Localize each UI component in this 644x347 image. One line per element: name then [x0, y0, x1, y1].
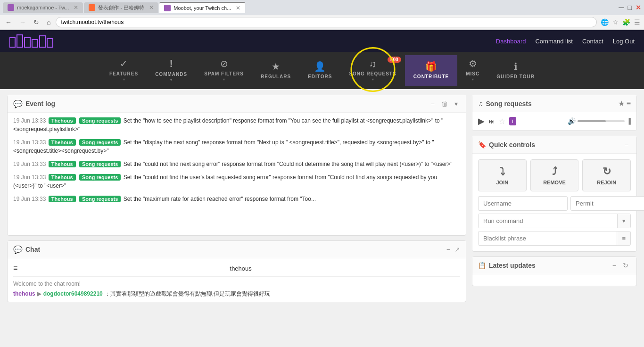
player-info-btn[interactable]: i: [509, 117, 516, 125]
player-star-btn[interactable]: ☆: [499, 117, 505, 126]
remove-icon: ⤴: [552, 165, 557, 178]
event-log-header: 💬 Event log − 🗑 ▾: [8, 95, 466, 113]
commands-icon: !: [169, 58, 173, 70]
tab1-label: moekagamimoe - Tw...: [17, 5, 69, 10]
browser-toolbar: ← → ↻ ⌂ 🌐 ☆ 🧩 ☰: [0, 15, 644, 30]
menu-icon[interactable]: ☰: [633, 17, 641, 27]
run-command-row: ▾: [478, 214, 631, 228]
reload-button[interactable]: ↻: [31, 17, 41, 27]
nav-item-commands[interactable]: ! COMMANDS ▾: [147, 52, 196, 89]
logout-link[interactable]: Log Out: [613, 38, 635, 45]
browser-tab-2[interactable]: 發表創作 - 巴哈姆特 ✕: [84, 2, 158, 13]
rejoin-button[interactable]: ↻ REJOIN: [582, 159, 631, 191]
event-text-5: Set the "maximum rate for action reached…: [124, 196, 316, 202]
event-log-minimize-btn[interactable]: −: [429, 99, 437, 108]
lu-refresh-btn[interactable]: ↻: [620, 261, 631, 270]
nav-item-contribute[interactable]: 🎁 CONTRIBUTE: [405, 55, 458, 86]
event-log-clear-btn[interactable]: 🗑: [439, 99, 450, 108]
forward-button[interactable]: →: [17, 17, 28, 27]
skip-button[interactable]: ⏭: [488, 117, 495, 125]
nav-item-guided-tour[interactable]: ℹ GUIDED TOUR: [488, 55, 543, 86]
svg-rect-5: [47, 39, 53, 47]
chat-user-1[interactable]: thehous: [13, 290, 35, 297]
contact-link[interactable]: Contact: [582, 38, 603, 45]
logo: [9, 34, 66, 48]
volume-slider[interactable]: [578, 120, 625, 122]
back-button[interactable]: ←: [3, 17, 14, 27]
browser-tab-3[interactable]: Moobot, your Twitch ch... ✕: [159, 2, 245, 13]
command-list-link[interactable]: Command list: [535, 38, 572, 45]
nav-item-editors[interactable]: 👤 EDITORS: [299, 55, 340, 86]
chat-welcome-msg: Welcome to the chat room!: [13, 281, 460, 287]
sr-star-btn[interactable]: ★: [618, 99, 625, 108]
event-entry-4: 19 Jun 13:33 Thehous Song requests Set t…: [13, 173, 460, 190]
rejoin-label: REJOIN: [597, 180, 616, 185]
event-text-2: Set the "display the next song" response…: [13, 139, 434, 154]
minimize-btn[interactable]: ─: [619, 3, 624, 12]
event-time-2: 19 Jun 13:33: [13, 139, 46, 146]
translate-icon[interactable]: 🌐: [600, 17, 610, 27]
chat-expand-btn[interactable]: ↗: [454, 246, 460, 253]
address-input[interactable]: [61, 19, 592, 25]
tab2-favicon: [89, 4, 95, 11]
dashboard-link[interactable]: Dashboard: [496, 38, 526, 45]
sr-list-btn[interactable]: ≡: [627, 99, 631, 108]
nav-item-misc[interactable]: ⚙ MISC ▾: [457, 52, 488, 89]
qc-minimize-btn[interactable]: −: [622, 140, 631, 149]
event-cat-5: Song requests: [79, 196, 121, 202]
chat-text-1: ：其實看那類型的遊戲觀眾會覺得有點無聊,但是玩家會覺得很好玩: [105, 290, 270, 298]
address-bar[interactable]: [56, 17, 597, 27]
event-user-3: Thehous: [49, 161, 76, 167]
nav-item-spam-filters[interactable]: ⊘ SPAM FILTERS ▾: [196, 52, 252, 89]
features-label: FEATURES: [109, 71, 138, 76]
spam-arrow: ▾: [223, 77, 225, 82]
svg-rect-1: [17, 35, 23, 47]
nav-item-song-requests[interactable]: 500 ♫ SONG REQUESTS ▾: [340, 53, 405, 89]
blacklist-phrase-row: ≡: [478, 231, 631, 246]
svg-rect-3: [32, 40, 38, 47]
close-btn[interactable]: ✕: [636, 4, 641, 11]
main-content: 💬 Event log − 🗑 ▾ 19 Jun 13:33 Thehous S…: [0, 89, 644, 325]
event-log-title-text: Event log: [25, 100, 55, 107]
qc-action-buttons: ⤵ JOIN ⤴ REMOVE ↻ REJOIN: [478, 159, 631, 191]
tab2-close[interactable]: ✕: [149, 4, 154, 11]
join-button[interactable]: ⤵ JOIN: [478, 159, 527, 191]
tab1-close[interactable]: ✕: [74, 4, 78, 11]
latest-updates-title: 📋 Latest updates: [478, 262, 536, 269]
song-requests-widget: ♫ Song requests ★ ≡ ▶ ⏭ ☆ i 🔊 ▐: [472, 95, 637, 131]
lu-minimize-btn[interactable]: −: [610, 261, 619, 270]
event-entry-3: 19 Jun 13:33 Thehous Song requests Set t…: [13, 160, 460, 168]
song-requests-title: ♫ Song requests: [478, 100, 532, 107]
permit-input[interactable]: [570, 196, 644, 211]
nav-item-regulars[interactable]: ★ REGULARS: [252, 55, 299, 86]
blacklist-menu-icon[interactable]: ≡: [617, 231, 630, 245]
run-command-dropdown-icon[interactable]: ▾: [617, 214, 630, 228]
tab3-close[interactable]: ✕: [236, 5, 240, 11]
username-input[interactable]: [478, 196, 568, 211]
chat-minimize-btn[interactable]: −: [444, 245, 453, 254]
event-entry-1: 19 Jun 13:33 Thehous Song requests Set t…: [13, 116, 460, 133]
extension-icon[interactable]: 🧩: [621, 17, 631, 27]
join-icon: ⤵: [500, 165, 505, 178]
volume-icon: 🔊: [568, 117, 576, 125]
maximize-btn[interactable]: □: [628, 4, 632, 11]
blacklist-input[interactable]: [479, 231, 617, 245]
event-user-4: Thehous: [49, 174, 76, 181]
play-button[interactable]: ▶: [478, 116, 485, 126]
event-user-5: Thehous: [49, 196, 76, 202]
star-icon[interactable]: ☆: [611, 17, 619, 27]
run-command-input[interactable]: [479, 214, 617, 228]
event-log-expand-btn[interactable]: ▾: [452, 99, 460, 108]
browser-tab-1[interactable]: moekagamimoe - Tw... ✕: [3, 2, 83, 13]
event-user-2: Thehous: [49, 139, 76, 146]
home-button[interactable]: ⌂: [44, 17, 53, 27]
commands-label: COMMANDS: [155, 72, 187, 77]
right-panel: ♫ Song requests ★ ≡ ▶ ⏭ ☆ i 🔊 ▐: [472, 95, 637, 319]
event-time-5: 19 Jun 13:33: [13, 196, 46, 202]
music-icon: ♫: [478, 100, 483, 107]
event-cat-1: Song requests: [79, 117, 121, 124]
browser-chrome: moekagamimoe - Tw... ✕ 發表創作 - 巴哈姆特 ✕ Moo…: [0, 0, 644, 30]
nav-item-features[interactable]: ✓ FEATURES ▾: [101, 52, 147, 89]
remove-button[interactable]: ⤴ REMOVE: [530, 159, 579, 191]
chat-bars-icon: ≡: [13, 264, 17, 273]
